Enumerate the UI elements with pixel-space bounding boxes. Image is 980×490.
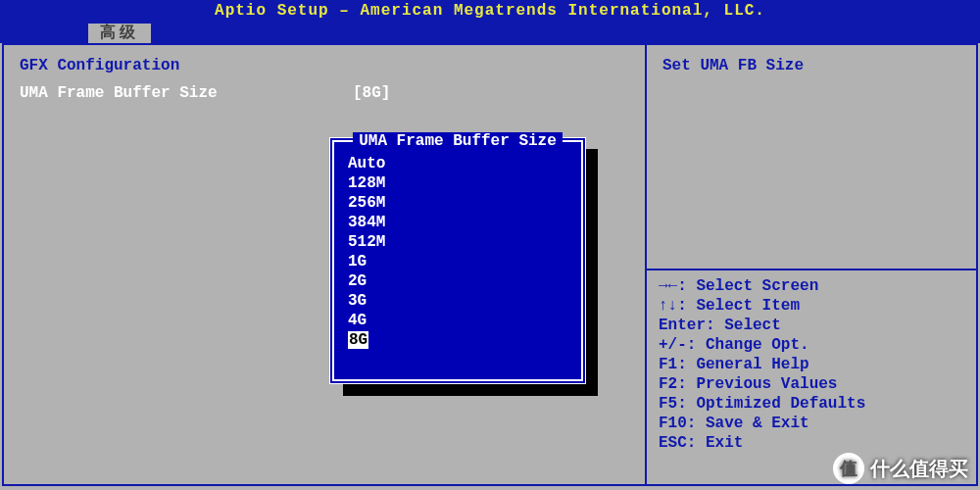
tab-advanced[interactable]: 高级 [88,24,151,43]
keyhelp-row: +/-: Change Opt. [659,335,964,355]
setting-value: [8G] [353,84,390,102]
setting-uma-frame-buffer[interactable]: UMA Frame Buffer Size [8G] [20,84,629,102]
popup-option[interactable]: 384M [348,213,567,232]
watermark-text: 什么值得买 [870,456,968,482]
keyhelp-row: F5: Optimized Defaults [659,394,964,414]
section-title: GFX Configuration [20,57,629,74]
help-divider [645,269,978,270]
popup-inner: UMA Frame Buffer Size Auto128M256M384M51… [332,140,583,381]
popup-option[interactable]: 256M [348,193,567,213]
popup-option[interactable]: Auto [348,154,567,173]
bios-tabbar: 高级 [0,24,980,43]
setting-label: UMA Frame Buffer Size [20,84,353,102]
popup-option[interactable]: 3G [348,291,567,311]
popup-option[interactable]: 4G [348,311,567,330]
keyhelp-row: F10: Save & Exit [659,414,964,433]
keyhelp-row: F1: General Help [659,355,964,374]
popup-title: UMA Frame Buffer Size [348,132,567,150]
keyhelp-row: Enter: Select [659,316,964,335]
watermark: 值 什么值得买 [833,453,968,484]
keyhelp-row: ↑↓: Select Item [659,296,964,316]
popup-option[interactable]: 512M [348,232,567,252]
bios-title: Aptio Setup – American Megatrends Intern… [0,0,980,24]
popup-option[interactable]: 128M [348,173,567,193]
keyhelp-row: →←: Select Screen [659,276,964,296]
popup-option-list: Auto128M256M384M512M1G2G3G4G8G [348,154,567,350]
key-help: →←: Select Screen ↑↓: Select Item Enter:… [659,276,964,453]
popup-option[interactable]: 1G [348,252,567,271]
popup-option[interactable]: 2G [348,271,567,291]
keyhelp-row: ESC: Exit [659,433,964,453]
watermark-badge-icon: 值 [833,453,864,484]
popup-uma-size: UMA Frame Buffer Size Auto128M256M384M51… [329,137,586,384]
keyhelp-row: F2: Previous Values [659,374,964,394]
help-panel: Set UMA FB Size →←: Select Screen ↑↓: Se… [647,45,976,484]
help-text: Set UMA FB Size [662,57,960,74]
popup-option[interactable]: 8G [348,330,567,350]
